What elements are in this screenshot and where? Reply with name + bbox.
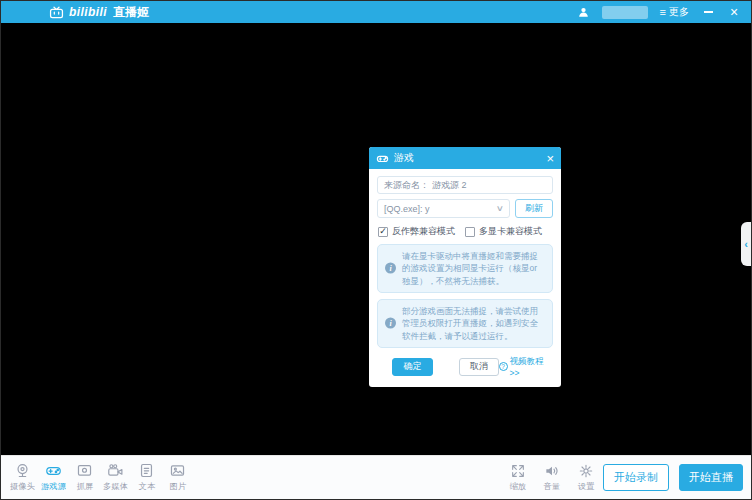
volume-icon bbox=[544, 463, 560, 479]
resize-icon bbox=[510, 463, 526, 479]
multigpu-checkbox[interactable]: 多显卡兼容模式 bbox=[465, 225, 552, 238]
dialog-close-icon[interactable]: × bbox=[546, 152, 554, 165]
info-icon: i bbox=[385, 318, 396, 329]
anticheat-checkbox-label: 反作弊兼容模式 bbox=[392, 225, 455, 238]
source-media-button[interactable]: 多媒体 bbox=[100, 462, 131, 493]
admin-permission-notice: i 部分游戏画面无法捕捉，请尝试使用管理员权限打开直播姬，如遇到安全软件拦截，请… bbox=[377, 299, 553, 348]
gpu-driver-notice-text: 请在显卡驱动中将直播姬和需要捕捉的游戏设置为相同显卡运行（核显or独显），不然将… bbox=[402, 251, 538, 286]
source-name-label: 来源命名： bbox=[384, 179, 429, 192]
source-game-label: 游戏源 bbox=[41, 481, 66, 493]
source-name-input[interactable]: 来源命名： 游戏源 2 bbox=[377, 176, 553, 194]
dialog-footer: 确定 取消 ? 视频教程 >> bbox=[378, 356, 552, 378]
confirm-button[interactable]: 确定 bbox=[392, 358, 433, 376]
gamepad-icon bbox=[45, 462, 62, 479]
username-placeholder[interactable] bbox=[602, 6, 648, 19]
multimedia-icon bbox=[107, 462, 124, 479]
user-icon[interactable] bbox=[577, 6, 590, 19]
video-tutorial-label: 视频教程 >> bbox=[510, 356, 552, 378]
anticheat-checkbox[interactable]: ✓ 反作弊兼容模式 bbox=[378, 225, 465, 238]
source-webcam-button[interactable]: 摄像头 bbox=[7, 462, 38, 493]
source-name-value: 游戏源 2 bbox=[432, 179, 467, 192]
source-image-button[interactable]: 图片 bbox=[162, 462, 193, 493]
cancel-button[interactable]: 取消 bbox=[459, 358, 498, 376]
admin-permission-notice-text: 部分游戏画面无法捕捉，请尝试使用管理员权限打开直播姬，如遇到安全软件拦截，请予以… bbox=[402, 306, 538, 341]
app-title-name: 直播姬 bbox=[113, 4, 149, 21]
dialog-header: 游戏 × bbox=[369, 147, 561, 169]
start-record-button[interactable]: 开始录制 bbox=[603, 464, 669, 491]
settings-gear-icon bbox=[578, 463, 594, 479]
tv-logo-icon bbox=[49, 5, 64, 20]
more-menu-icon: ≡ bbox=[660, 6, 666, 18]
source-text-label: 文本 bbox=[138, 481, 155, 493]
chevron-down-icon: ∨ bbox=[496, 204, 504, 213]
app-logo: bilibili 直播姬 bbox=[49, 4, 149, 21]
source-webcam-label: 摄像头 bbox=[10, 481, 35, 493]
app-window: bilibili 直播姬 ≡ 更多 × ‹ bbox=[0, 0, 752, 500]
start-stream-button[interactable]: 开始直播 bbox=[679, 464, 743, 491]
minimize-icon bbox=[704, 11, 713, 13]
more-menu-label: 更多 bbox=[669, 5, 689, 19]
info-icon: i bbox=[385, 263, 396, 274]
screen-capture-icon bbox=[76, 462, 93, 479]
source-game-button[interactable]: 游戏源 bbox=[38, 462, 69, 493]
dialog-body: 来源命名： 游戏源 2 [QQ.exe]: y ∨ 刷新 ✓ 反作弊兼容模式 多… bbox=[369, 169, 561, 387]
more-menu-button[interactable]: ≡ 更多 bbox=[660, 5, 689, 19]
minimize-button[interactable] bbox=[701, 5, 715, 19]
checkbox-unchecked-icon bbox=[465, 227, 475, 237]
resize-label: 缩放 bbox=[510, 480, 527, 492]
video-tutorial-link[interactable]: ? 视频教程 >> bbox=[499, 356, 552, 378]
volume-label: 音量 bbox=[544, 480, 561, 492]
source-screen-button[interactable]: 抓屏 bbox=[69, 462, 100, 493]
help-circle-icon: ? bbox=[499, 362, 508, 371]
close-button[interactable]: × bbox=[727, 5, 741, 19]
app-title-logo: bilibili bbox=[69, 5, 107, 19]
refresh-button[interactable]: 刷新 bbox=[515, 199, 553, 218]
gamepad-icon bbox=[376, 152, 389, 165]
side-panel-toggle[interactable]: ‹ bbox=[741, 222, 751, 266]
checkbox-checked-icon: ✓ bbox=[378, 227, 388, 237]
source-text-button[interactable]: 文本 bbox=[131, 462, 162, 493]
resize-button[interactable]: 缩放 bbox=[501, 463, 535, 493]
gpu-driver-notice: i 请在显卡驱动中将直播姬和需要捕捉的游戏设置为相同显卡运行（核显or独显），不… bbox=[377, 244, 553, 293]
settings-label: 设置 bbox=[578, 480, 595, 492]
text-icon bbox=[138, 462, 155, 479]
source-media-label: 多媒体 bbox=[103, 481, 128, 493]
close-icon: × bbox=[730, 5, 738, 19]
dialog-title: 游戏 bbox=[394, 151, 541, 165]
chevron-left-icon: ‹ bbox=[744, 238, 748, 250]
game-source-dialog: 游戏 × 来源命名： 游戏源 2 [QQ.exe]: y ∨ 刷新 ✓ 反作弊兼… bbox=[369, 147, 561, 387]
image-icon bbox=[169, 462, 186, 479]
source-image-label: 图片 bbox=[169, 481, 186, 493]
source-screen-label: 抓屏 bbox=[76, 481, 93, 493]
bottom-toolbar: 摄像头 游戏源 抓屏 多媒体 bbox=[1, 455, 751, 499]
webcam-icon bbox=[14, 462, 31, 479]
volume-button[interactable]: 音量 bbox=[535, 463, 569, 493]
process-select[interactable]: [QQ.exe]: y ∨ bbox=[377, 199, 510, 218]
process-select-value: [QQ.exe]: y bbox=[384, 204, 430, 214]
settings-button[interactable]: 设置 bbox=[569, 463, 603, 493]
multigpu-checkbox-label: 多显卡兼容模式 bbox=[479, 225, 542, 238]
titlebar: bilibili 直播姬 ≡ 更多 × bbox=[1, 1, 751, 23]
